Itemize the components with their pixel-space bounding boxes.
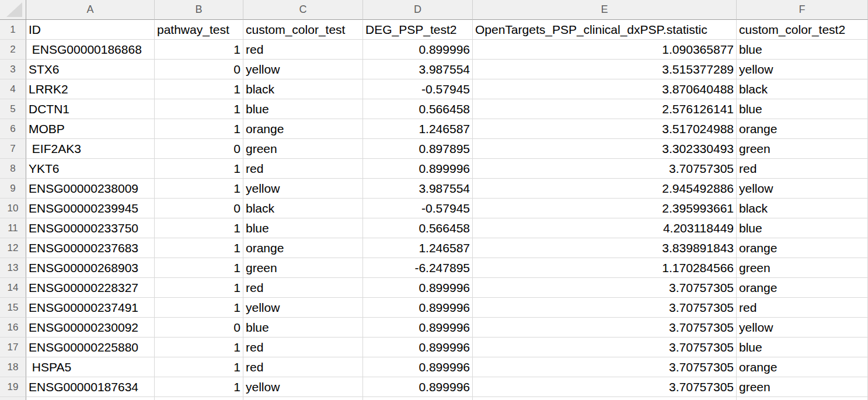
cell-A15[interactable]: ENSG00000237491 xyxy=(26,298,155,318)
column-header-A[interactable]: A xyxy=(26,0,155,20)
cell-D9[interactable]: 3.987554 xyxy=(363,179,473,199)
cell-C4[interactable]: black xyxy=(243,79,363,99)
column-header-E[interactable]: E xyxy=(473,0,737,20)
cell-C17[interactable]: red xyxy=(243,338,363,357)
cell-F17[interactable]: blue xyxy=(737,338,868,357)
cell-F9[interactable]: yellow xyxy=(737,179,868,199)
cell-B19[interactable]: 1 xyxy=(155,377,243,397)
cell-A20[interactable] xyxy=(26,397,155,400)
row-header-1[interactable]: 1 xyxy=(0,20,26,40)
column-header-D[interactable]: D xyxy=(363,0,473,20)
cell-D3[interactable]: 3.987554 xyxy=(363,60,473,79)
row-header-6[interactable]: 6 xyxy=(0,119,26,139)
cell-E13[interactable]: 1.170284566 xyxy=(473,258,737,278)
row-header-14[interactable]: 14 xyxy=(0,278,26,298)
cell-A3[interactable]: STX6 xyxy=(26,60,155,79)
cell-D5[interactable]: 0.566458 xyxy=(363,99,473,119)
cell-B2[interactable]: 1 xyxy=(155,40,243,60)
cell-A16[interactable]: ENSG00000230092 xyxy=(26,318,155,338)
cell-A19[interactable]: ENSG00000187634 xyxy=(26,377,155,397)
cell-A13[interactable]: ENSG00000268903 xyxy=(26,258,155,278)
cell-C20[interactable] xyxy=(243,397,363,400)
cell-D16[interactable]: 0.899996 xyxy=(363,318,473,338)
row-header-2[interactable]: 2 xyxy=(0,40,26,60)
cell-C8[interactable]: red xyxy=(243,159,363,179)
cell-E19[interactable]: 3.70757305 xyxy=(473,377,737,397)
cell-F6[interactable]: orange xyxy=(737,119,868,139)
cell-E17[interactable]: 3.70757305 xyxy=(473,338,737,357)
cell-E1[interactable]: OpenTargets_PSP_clinical_dxPSP.statistic xyxy=(473,20,737,40)
cell-B5[interactable]: 1 xyxy=(155,99,243,119)
cell-B6[interactable]: 1 xyxy=(155,119,243,139)
row-header-4[interactable]: 4 xyxy=(0,79,26,99)
row-header-20[interactable]: 20 xyxy=(0,397,26,400)
cell-C16[interactable]: blue xyxy=(243,318,363,338)
cell-A12[interactable]: ENSG00000237683 xyxy=(26,238,155,258)
row-header-7[interactable]: 7 xyxy=(0,139,26,159)
cell-B14[interactable]: 1 xyxy=(155,278,243,298)
cell-D13[interactable]: -6.247895 xyxy=(363,258,473,278)
cell-A1[interactable]: ID xyxy=(26,20,155,40)
row-header-11[interactable]: 11 xyxy=(0,218,26,238)
cell-D6[interactable]: 1.246587 xyxy=(363,119,473,139)
row-header-18[interactable]: 18 xyxy=(0,357,26,377)
cell-C18[interactable]: red xyxy=(243,357,363,377)
cell-C2[interactable]: red xyxy=(243,40,363,60)
cell-F5[interactable]: blue xyxy=(737,99,868,119)
cell-A8[interactable]: YKT6 xyxy=(26,159,155,179)
cell-A2[interactable]: ENSG00000186868 xyxy=(26,40,155,60)
row-header-17[interactable]: 17 xyxy=(0,338,26,357)
cell-A17[interactable]: ENSG00000225880 xyxy=(26,338,155,357)
cell-A7[interactable]: EIF2AK3 xyxy=(26,139,155,159)
row-header-12[interactable]: 12 xyxy=(0,238,26,258)
cell-E5[interactable]: 2.576126141 xyxy=(473,99,737,119)
cell-D10[interactable]: -0.57945 xyxy=(363,199,473,218)
cell-F12[interactable]: orange xyxy=(737,238,868,258)
cell-C5[interactable]: blue xyxy=(243,99,363,119)
cell-E18[interactable]: 3.70757305 xyxy=(473,357,737,377)
cell-B17[interactable]: 1 xyxy=(155,338,243,357)
cell-F2[interactable]: blue xyxy=(737,40,868,60)
column-header-F[interactable]: F xyxy=(737,0,868,20)
cell-C7[interactable]: green xyxy=(243,139,363,159)
cell-E6[interactable]: 3.517024988 xyxy=(473,119,737,139)
cell-D12[interactable]: 1.246587 xyxy=(363,238,473,258)
row-header-13[interactable]: 13 xyxy=(0,258,26,278)
cell-E4[interactable]: 3.870640488 xyxy=(473,79,737,99)
cell-C3[interactable]: yellow xyxy=(243,60,363,79)
cell-B15[interactable]: 1 xyxy=(155,298,243,318)
cell-C14[interactable]: red xyxy=(243,278,363,298)
cell-E8[interactable]: 3.70757305 xyxy=(473,159,737,179)
cell-D11[interactable]: 0.566458 xyxy=(363,218,473,238)
cell-D7[interactable]: 0.897895 xyxy=(363,139,473,159)
select-all-corner[interactable] xyxy=(0,0,26,20)
cell-D17[interactable]: 0.899996 xyxy=(363,338,473,357)
cell-E15[interactable]: 3.70757305 xyxy=(473,298,737,318)
cell-F15[interactable]: red xyxy=(737,298,868,318)
cell-E2[interactable]: 1.090365877 xyxy=(473,40,737,60)
cell-D1[interactable]: DEG_PSP_test2 xyxy=(363,20,473,40)
cell-E16[interactable]: 3.70757305 xyxy=(473,318,737,338)
cell-D4[interactable]: -0.57945 xyxy=(363,79,473,99)
cell-B1[interactable]: pathway_test xyxy=(155,20,243,40)
cell-C6[interactable]: orange xyxy=(243,119,363,139)
cell-C11[interactable]: blue xyxy=(243,218,363,238)
cell-A14[interactable]: ENSG00000228327 xyxy=(26,278,155,298)
row-header-9[interactable]: 9 xyxy=(0,179,26,199)
cell-C9[interactable]: yellow xyxy=(243,179,363,199)
cell-E20[interactable] xyxy=(473,397,737,400)
cell-B8[interactable]: 1 xyxy=(155,159,243,179)
cell-B11[interactable]: 1 xyxy=(155,218,243,238)
cell-F19[interactable]: green xyxy=(737,377,868,397)
cell-A4[interactable]: LRRK2 xyxy=(26,79,155,99)
cell-E3[interactable]: 3.515377289 xyxy=(473,60,737,79)
cell-D20[interactable] xyxy=(363,397,473,400)
cell-B20[interactable] xyxy=(155,397,243,400)
cell-A5[interactable]: DCTN1 xyxy=(26,99,155,119)
cell-A11[interactable]: ENSG00000233750 xyxy=(26,218,155,238)
column-header-B[interactable]: B xyxy=(155,0,243,20)
cell-B3[interactable]: 0 xyxy=(155,60,243,79)
cell-E10[interactable]: 2.395993661 xyxy=(473,199,737,218)
cell-F7[interactable]: green xyxy=(737,139,868,159)
cell-B16[interactable]: 0 xyxy=(155,318,243,338)
